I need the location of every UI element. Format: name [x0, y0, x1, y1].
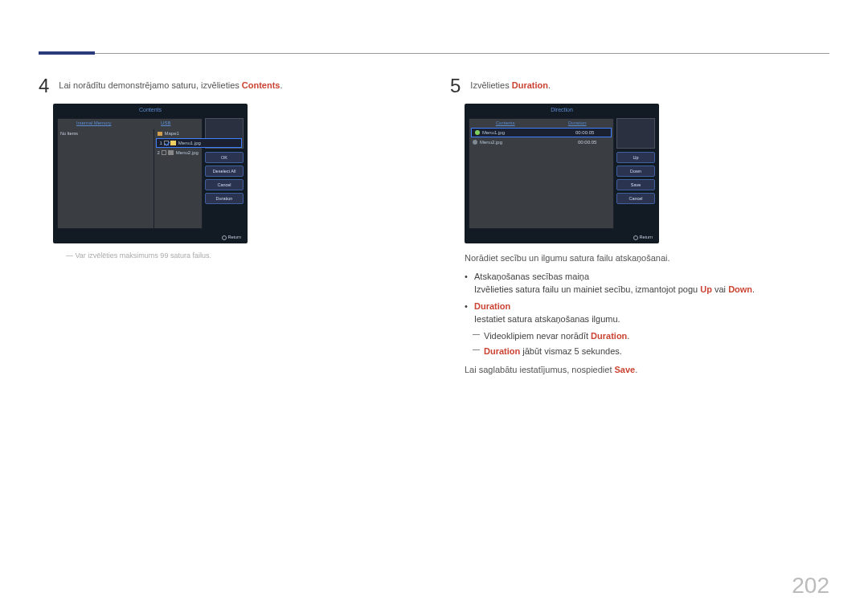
return-label: Return — [227, 235, 241, 239]
col-duration: Duration — [542, 119, 614, 127]
footnote-text: Var izvēlēties maksimums 99 satura failu… — [76, 251, 211, 260]
up-button[interactable]: Up — [616, 152, 655, 163]
highlight-duration: Duration — [591, 331, 627, 341]
highlight-duration: Duration — [512, 80, 548, 90]
bullet-sequence: Atskaņošanas secības maiņa Izvēlieties s… — [450, 270, 829, 296]
row-index: 2 — [158, 150, 160, 155]
row-index: 1 — [160, 141, 162, 145]
folder-label: Mape1 — [165, 131, 179, 136]
header-accent — [39, 51, 95, 55]
tab-usb[interactable]: USB — [130, 119, 203, 127]
col-usb: Mape1 1 Menu1.jpg 2 — [154, 129, 244, 229]
sub-note-2: Duration jābūt vismaz 5 sekundes. — [450, 345, 829, 358]
text: Izvēlieties satura failu un mainiet secī… — [474, 284, 700, 294]
text: . — [752, 284, 755, 294]
return-bar[interactable]: Return — [222, 235, 241, 240]
file-name: Menu1.jpg — [482, 130, 505, 135]
highlight-duration: Duration — [484, 346, 520, 356]
step-4: 4 Lai norādītu demonstrējamo saturu, izv… — [39, 76, 418, 96]
duration-value: 00:00:05 — [575, 130, 608, 135]
file-list: Internal Memory USB No Items Mape1 1 — [57, 118, 203, 229]
duration-value: 00:00:05 — [578, 140, 610, 145]
text: Iestatiet satura atskaņošanas ilgumu. — [474, 314, 620, 324]
text: Lai saglabātu iestatījumus, nospiediet — [465, 365, 615, 374]
preview-box — [616, 118, 655, 149]
dash: ― — [58, 251, 73, 260]
list-header: Contents Duration — [469, 119, 613, 127]
step-text: Izvēlieties Duration. — [470, 76, 551, 96]
sub-note-1: Videoklipiem nevar norādīt Duration. — [450, 329, 829, 343]
return-bar[interactable]: Return — [633, 235, 653, 240]
footnote: ― Var izvēlēties maksimums 99 satura fai… — [39, 251, 418, 260]
tab-internal-memory[interactable]: Internal Memory — [58, 119, 130, 127]
save-button[interactable]: Save — [616, 179, 655, 190]
return-icon — [633, 235, 638, 240]
checkbox-icon[interactable] — [162, 150, 166, 155]
direction-screen: Direction Contents Duration Menu1.jpg 00… — [465, 104, 659, 243]
file-name: Menu1.jpg — [178, 141, 201, 145]
step-number: 4 — [39, 76, 49, 96]
file-icon — [168, 150, 174, 155]
list-row[interactable]: Menu1.jpg 00:00:05 — [471, 128, 612, 137]
return-label: Return — [639, 235, 653, 239]
text: . — [635, 365, 637, 374]
status-icon — [475, 130, 480, 135]
list-row[interactable]: 2 Menu2.jpg — [154, 149, 244, 157]
file-name: Menu2.jpg — [480, 140, 502, 145]
screen-body: Internal Memory USB No Items Mape1 1 — [57, 118, 244, 229]
text: jābūt vismaz 5 sekundes. — [520, 346, 622, 356]
text: . — [627, 331, 629, 341]
highlight-down: Down — [728, 284, 752, 294]
text: Videoklipiem nevar norādīt — [484, 331, 591, 341]
return-icon — [222, 235, 227, 240]
cancel-button[interactable]: Cancel — [616, 193, 655, 204]
text: Lai norādītu demonstrējamo saturu, izvēl… — [59, 80, 241, 90]
down-button[interactable]: Down — [616, 166, 655, 177]
step-5: 5 Izvēlieties Duration. — [450, 76, 829, 96]
list-row[interactable]: 1 Menu1.jpg — [156, 138, 243, 148]
page-number: 202 — [792, 573, 829, 599]
list-row[interactable]: Menu2.jpg 00:00:05 — [469, 138, 613, 146]
col-contents: Contents — [469, 119, 542, 127]
screen-body: Contents Duration Menu1.jpg 00:00:05 — [469, 118, 655, 229]
checkbox-icon[interactable] — [164, 141, 169, 145]
text: . — [548, 80, 551, 90]
text: vai — [712, 284, 728, 294]
side-controls: Up Down Save Cancel — [616, 118, 655, 229]
left-column: 4 Lai norādītu demonstrējamo saturu, izv… — [39, 76, 418, 381]
file-name: Menu2.jpg — [176, 150, 199, 155]
contents-screen: Contents Internal Memory USB No Items Ma… — [53, 104, 248, 243]
header-rule — [39, 53, 829, 54]
highlight-contents: Contents — [242, 80, 280, 90]
text: . — [280, 80, 282, 90]
highlight-up: Up — [700, 284, 712, 294]
highlight-duration: Duration — [474, 301, 510, 311]
step-number: 5 — [450, 76, 461, 96]
intro-text: Norādiet secību un ilgumu satura failu a… — [450, 251, 829, 265]
direction-list: Contents Duration Menu1.jpg 00:00:05 — [469, 118, 614, 229]
folder-icon — [158, 132, 162, 136]
screen-title: Direction — [465, 104, 659, 116]
screen-title: Contents — [53, 104, 248, 116]
bullet-title: Atskaņošanas secības maiņa — [474, 272, 589, 281]
save-text: Lai saglabātu iestatījumus, nospiediet S… — [450, 363, 829, 377]
content-area: 4 Lai norādītu demonstrējamo saturu, izv… — [39, 76, 829, 381]
right-column: 5 Izvēlieties Duration. Direction Conten… — [450, 76, 829, 381]
file-icon — [170, 141, 176, 145]
tab-row: Internal Memory USB — [58, 119, 202, 127]
folder-row[interactable]: Mape1 — [154, 129, 244, 137]
col-internal: No Items — [57, 129, 154, 229]
highlight-save: Save — [615, 365, 636, 374]
step-text: Lai norādītu demonstrējamo saturu, izvēl… — [59, 76, 282, 96]
status-icon — [473, 140, 477, 145]
text: Izvēlieties — [470, 80, 511, 90]
bullet-duration: Duration Iestatiet satura atskaņošanas i… — [450, 300, 829, 326]
